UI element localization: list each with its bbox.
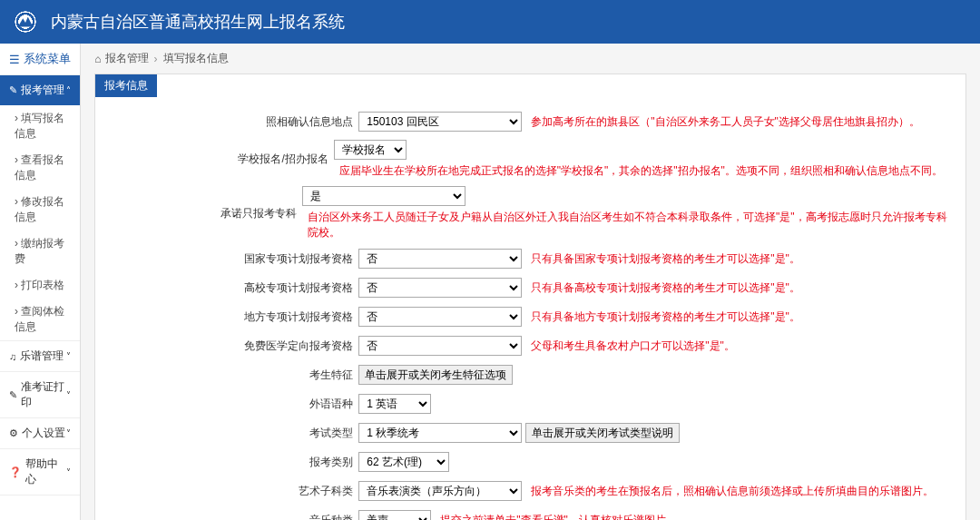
main-content: ⌂ 报名管理 › 填写报名信息 报考信息 照相确认信息地点 150103 回民区… bbox=[81, 44, 980, 520]
sidebar: ☰ 系统菜单 ✎报考管理 ˄ › 填写报名信息 › 查看报名信息 › 修改报名信… bbox=[0, 44, 81, 520]
label-student-trait: 考生特征 bbox=[113, 368, 358, 383]
hint-photo-confirm: 参加高考所在的旗县区（"自治区外来务工人员子女"选择父母居住地旗县招办）。 bbox=[531, 114, 920, 130]
select-national-plan[interactable]: 否 bbox=[358, 249, 522, 269]
chevron-down-icon: ˅ bbox=[66, 390, 71, 400]
label-photo-confirm: 照相确认信息地点 bbox=[113, 114, 358, 130]
hint-promise-zk: 自治区外来务工人员随迁子女及户籍从自治区外迁入我自治区考生如不符合本科录取条件，… bbox=[308, 210, 947, 240]
breadcrumb-item-1[interactable]: 报名管理 bbox=[105, 51, 149, 66]
label-free-medical: 免费医学定向报考资格 bbox=[113, 338, 358, 354]
select-foreign-lang[interactable]: 1 英语 bbox=[358, 394, 431, 414]
sidebar-section-ticket[interactable]: ✎准考证打印 ˅ bbox=[0, 372, 80, 417]
label-promise-zk: 承诺只报考专科 bbox=[113, 206, 302, 221]
btn-toggle-trait[interactable]: 单击展开或关闭考生特征选项 bbox=[358, 365, 513, 385]
chevron-up-icon: ˄ bbox=[66, 85, 71, 95]
label-apply-category: 报考类别 bbox=[113, 455, 358, 470]
hint-school-reg: 应届毕业生在学校所在地完成正式报名的选择"学校报名"，其余的选择"招办报名"。选… bbox=[339, 163, 943, 179]
label-local-plan: 地方专项计划报考资格 bbox=[113, 309, 358, 325]
hint-music-type: 提交之前请单击"查看乐谱"，认真核对乐谱图片。 bbox=[440, 513, 677, 521]
hint-local-plan: 只有具备地方专项计划报考资格的考生才可以选择"是"。 bbox=[531, 309, 800, 325]
edit-icon: ✎ bbox=[9, 84, 17, 96]
sidebar-item-pay[interactable]: › 缴纳报考费 bbox=[0, 231, 80, 272]
sidebar-item-edit[interactable]: › 修改报名信息 bbox=[0, 189, 80, 231]
gear-icon: ⚙ bbox=[9, 427, 18, 439]
sidebar-section-settings[interactable]: ⚙个人设置 ˅ bbox=[0, 418, 80, 448]
breadcrumb: ⌂ 报名管理 › 填写报名信息 bbox=[94, 44, 966, 74]
app-title: 内蒙古自治区普通高校招生网上报名系统 bbox=[51, 11, 345, 33]
hint-national-plan: 只有具备国家专项计划报考资格的考生才可以选择"是"。 bbox=[531, 251, 800, 267]
label-school-reg: 学校报名/招办报名 bbox=[113, 152, 333, 167]
app-header: 内蒙古自治区普通高校招生网上报名系统 bbox=[0, 0, 980, 44]
label-exam-type: 考试类型 bbox=[113, 426, 358, 441]
label-art-sub: 艺术子科类 bbox=[113, 484, 358, 499]
select-school-reg[interactable]: 学校报名 bbox=[334, 140, 407, 160]
select-exam-type[interactable]: 1 秋季统考 bbox=[358, 423, 522, 443]
chevron-down-icon: ˅ bbox=[66, 428, 71, 438]
select-apply-category[interactable]: 62 艺术(理) bbox=[358, 452, 449, 472]
logo-icon bbox=[9, 5, 42, 38]
sidebar-menu-title: ☰ 系统菜单 bbox=[0, 44, 80, 75]
select-photo-confirm[interactable]: 150103 回民区 bbox=[358, 112, 522, 132]
select-promise-zk[interactable]: 是 bbox=[302, 186, 466, 206]
select-free-medical[interactable]: 否 bbox=[358, 336, 522, 356]
sidebar-section-help[interactable]: ❓帮助中心 ˅ bbox=[0, 449, 80, 495]
sidebar-section-baokao[interactable]: ✎报考管理 ˄ bbox=[0, 75, 80, 105]
sidebar-item-physical[interactable]: › 查阅体检信息 bbox=[0, 299, 80, 340]
chevron-down-icon: ˅ bbox=[66, 351, 71, 361]
hint-college-plan: 只有具备高校专项计划报考资格的考生才可以选择"是"。 bbox=[531, 280, 800, 296]
hint-free-medical: 父母和考生具备农村户口才可以选择"是"。 bbox=[531, 338, 735, 354]
label-foreign-lang: 外语语种 bbox=[113, 397, 358, 412]
label-music-type: 音乐种类 bbox=[113, 513, 358, 521]
select-music-type[interactable]: 美声 bbox=[358, 510, 431, 520]
select-local-plan[interactable]: 否 bbox=[358, 307, 522, 327]
home-icon: ⌂ bbox=[94, 53, 101, 65]
select-college-plan[interactable]: 否 bbox=[358, 278, 522, 298]
print-icon: ✎ bbox=[9, 389, 17, 401]
chevron-down-icon: ˅ bbox=[66, 467, 71, 477]
panel-title: 报考信息 bbox=[95, 74, 157, 97]
label-national-plan: 国家专项计划报考资格 bbox=[113, 251, 358, 267]
sidebar-item-print[interactable]: › 打印表格 bbox=[0, 272, 80, 299]
select-art-sub[interactable]: 音乐表演类（声乐方向） bbox=[358, 481, 522, 501]
music-icon: ♫ bbox=[9, 351, 16, 362]
form-panel: 报考信息 照相确认信息地点 150103 回民区 参加高考所在的旗县区（"自治区… bbox=[94, 74, 966, 520]
btn-toggle-examtype[interactable]: 单击展开或关闭考试类型说明 bbox=[525, 423, 680, 443]
breadcrumb-item-2: 填写报名信息 bbox=[163, 51, 229, 66]
menu-icon: ☰ bbox=[9, 53, 20, 66]
help-icon: ❓ bbox=[9, 466, 22, 478]
sidebar-section-score[interactable]: ♫乐谱管理 ˅ bbox=[0, 341, 80, 371]
hint-art-sub: 报考音乐类的考生在预报名后，照相确认信息前须选择或上传所填曲目的乐谱图片。 bbox=[531, 484, 934, 499]
label-college-plan: 高校专项计划报考资格 bbox=[113, 280, 358, 296]
sidebar-item-fill[interactable]: › 填写报名信息 bbox=[0, 105, 80, 147]
sidebar-item-view[interactable]: › 查看报名信息 bbox=[0, 147, 80, 189]
